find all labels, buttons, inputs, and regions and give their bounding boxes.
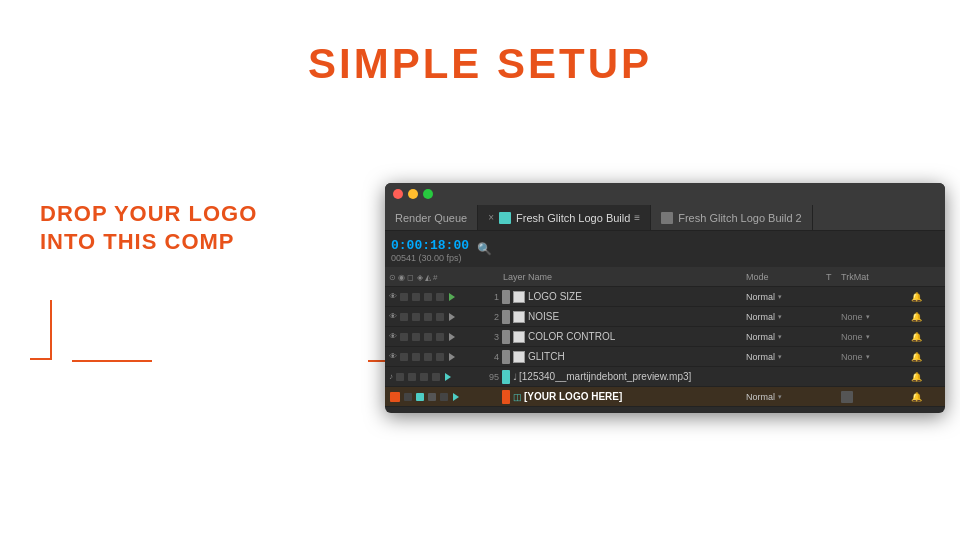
page-title: SIMPLE SETUP: [0, 0, 960, 88]
mode-cell-3: Normal ▾: [746, 332, 826, 342]
rest-cell-4: 🔔: [911, 352, 941, 362]
layer-type-icon-1: [513, 291, 525, 303]
layer-color-95: [502, 370, 510, 384]
annotation-arrow-tip: [72, 360, 152, 362]
solo-icon[interactable]: [400, 333, 408, 341]
layer-name-3: COLOR CONTROL: [528, 331, 746, 342]
row-icons-4: 👁: [389, 352, 479, 361]
rest-cell-1: 🔔: [911, 292, 941, 302]
close-dot[interactable]: [393, 189, 403, 199]
expand-icon[interactable]: [445, 373, 451, 381]
annotation: DROP YOUR LOGO INTO THIS COMP: [40, 200, 257, 255]
solo-icon[interactable]: [396, 373, 404, 381]
trkmat-dropdown-4[interactable]: ▾: [866, 353, 870, 361]
tab-fresh-glitch-2[interactable]: Fresh Glitch Logo Build 2: [651, 205, 813, 230]
table-row[interactable]: 👁 3 COLOR CONTROL Normal ▾ None ▾ 🔔: [385, 327, 945, 347]
mode-cell-2: Normal ▾: [746, 312, 826, 322]
shy-icon[interactable]: [436, 313, 444, 321]
mode-cell-logo: Normal ▾: [746, 392, 826, 402]
maximize-dot[interactable]: [423, 189, 433, 199]
trkmat-cell-2: None ▾: [841, 312, 911, 322]
shy-icon[interactable]: [436, 353, 444, 361]
layer-type-icon-3: [513, 331, 525, 343]
ae-panel: Render Queue × Fresh Glitch Logo Build ≡…: [385, 183, 945, 413]
visibility-icon[interactable]: 👁: [389, 332, 397, 341]
tab-render-queue[interactable]: Render Queue: [385, 205, 478, 230]
visibility-icon[interactable]: 👁: [389, 352, 397, 361]
mode-dropdown-logo[interactable]: ▾: [778, 393, 782, 401]
expand-icon[interactable]: [449, 313, 455, 321]
solo-icon[interactable]: [400, 313, 408, 321]
layer-color-logo: [502, 390, 510, 404]
mode-text-2: Normal: [746, 312, 775, 322]
tab-menu-icon: ≡: [634, 212, 640, 223]
shy-icon[interactable]: [440, 393, 448, 401]
solo-icon[interactable]: [400, 293, 408, 301]
bell-icon-95: 🔔: [911, 372, 922, 382]
layer-type-icon-4: [513, 351, 525, 363]
icons-col-label: ⊙ ◉ ◻ ◈ ◭ #: [389, 273, 438, 282]
mode-dropdown-2[interactable]: ▾: [778, 313, 782, 321]
table-row[interactable]: 👁 1 LOGO SIZE Normal ▾ 🔔: [385, 287, 945, 307]
trkmat-dropdown-3[interactable]: ▾: [866, 333, 870, 341]
layer-name-95: [125340__martijndebont_preview.mp3]: [519, 371, 746, 382]
expand-icon[interactable]: [449, 353, 455, 361]
shy-icon[interactable]: [432, 373, 440, 381]
timeline-header: 0:00:18:00 00541 (30.00 fps) 🔍: [385, 231, 945, 267]
label-icon: [424, 293, 432, 301]
trkmat-dropdown-2[interactable]: ▾: [866, 313, 870, 321]
trkmat-cell-3: None ▾: [841, 332, 911, 342]
expand-icon[interactable]: [453, 393, 459, 401]
tab-fresh-glitch-label: Fresh Glitch Logo Build: [516, 212, 630, 224]
table-row[interactable]: 👁 4 GLITCH Normal ▾ None ▾ 🔔: [385, 347, 945, 367]
mode-dropdown-4[interactable]: ▾: [778, 353, 782, 361]
mode-text-4: Normal: [746, 352, 775, 362]
trkmat-text-4: None: [841, 352, 863, 362]
trkmat-text-3: None: [841, 332, 863, 342]
tab-fresh-glitch[interactable]: × Fresh Glitch Logo Build ≡: [478, 205, 651, 230]
tab-comp-icon: [499, 212, 511, 224]
rest-cell-logo: 🔔: [911, 392, 941, 402]
col-t-header: T: [826, 272, 841, 282]
layer-num-4: 4: [479, 352, 499, 362]
tab-fresh-glitch-2-label: Fresh Glitch Logo Build 2: [678, 212, 802, 224]
timecode[interactable]: 0:00:18:00: [391, 238, 469, 253]
search-icon[interactable]: 🔍: [477, 242, 491, 256]
lock-icon[interactable]: [412, 293, 420, 301]
audio-icon[interactable]: ♪: [389, 372, 393, 381]
table-row[interactable]: ◫ [YOUR LOGO HERE] Normal ▾ 🔔: [385, 387, 945, 407]
row-icons-1: 👁: [389, 292, 479, 301]
mode-cell-1: Normal ▾: [746, 292, 826, 302]
col-name-header: Layer Name: [499, 272, 746, 282]
col-trkmat-header: TrkMat: [841, 272, 911, 282]
table-row[interactable]: ♪ 95 ♩ [125340__martijndebont_preview.mp…: [385, 367, 945, 387]
shy-icon[interactable]: [436, 333, 444, 341]
mode-cell-4: Normal ▾: [746, 352, 826, 362]
logo-type-icon: ◫: [513, 392, 522, 402]
layers: 👁 1 LOGO SIZE Normal ▾ 🔔: [385, 287, 945, 407]
mode-dropdown-3[interactable]: ▾: [778, 333, 782, 341]
bell-icon-2: 🔔: [911, 312, 922, 322]
trkmat-cell-logo: [841, 391, 911, 403]
tab-close-icon[interactable]: ×: [488, 212, 494, 223]
label-icon: [428, 393, 436, 401]
row-icons-3: 👁: [389, 332, 479, 341]
shy-icon[interactable]: [436, 293, 444, 301]
col-icons-header: ⊙ ◉ ◻ ◈ ◭ #: [389, 272, 479, 282]
table-row[interactable]: 👁 2 NOISE Normal ▾ None ▾ 🔔: [385, 307, 945, 327]
lock-icon[interactable]: [412, 353, 420, 361]
solo-icon[interactable]: [400, 353, 408, 361]
expand-icon[interactable]: [449, 293, 455, 301]
visibility-icon[interactable]: 👁: [389, 312, 397, 321]
layer-color-3: [502, 330, 510, 344]
visibility-icon[interactable]: 👁: [389, 292, 397, 301]
teal-swatch: [416, 393, 424, 401]
mode-dropdown-1[interactable]: ▾: [778, 293, 782, 301]
expand-icon[interactable]: [449, 333, 455, 341]
lock-icon[interactable]: [412, 333, 420, 341]
lock-icon[interactable]: [408, 373, 416, 381]
minimize-dot[interactable]: [408, 189, 418, 199]
lock-icon[interactable]: [412, 313, 420, 321]
solo-icon[interactable]: [404, 393, 412, 401]
annotation-line2: INTO THIS COMP: [40, 228, 257, 256]
